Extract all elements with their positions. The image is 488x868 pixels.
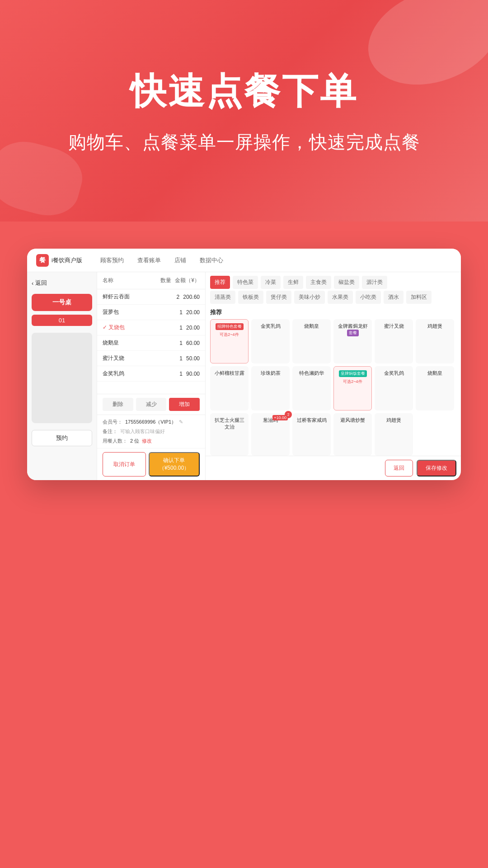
back-button[interactable]: ‹ 返回	[32, 279, 92, 287]
item-price: 50.00	[186, 355, 200, 362]
sidebar-empty-area	[32, 333, 92, 423]
item-tag: 套餐	[347, 330, 359, 336]
menu-tabs-row1: 推荐 特色菜 冷菜 生鲜 主食类 椒盐类 源汁类	[206, 272, 461, 291]
order-item[interactable]: ✓ 叉烧包 1 20.00	[97, 320, 205, 335]
menu-footer: 返回 保存修改	[206, 456, 461, 480]
nav-items: 顾客预约 查看账单 店铺 数据中心	[100, 256, 223, 264]
menu-return-button[interactable]: 返回	[385, 460, 413, 476]
tab-sauce[interactable]: 源汁类	[362, 276, 387, 289]
menu-item-pigeon2[interactable]: 金奖乳鸽	[375, 366, 413, 410]
tab-snack[interactable]: 小吃类	[356, 291, 381, 304]
nav-item-shop[interactable]: 店铺	[174, 256, 186, 264]
menu-item-chicken-wings2[interactable]: 鸡翅煲	[375, 413, 413, 456]
plus-button[interactable]: 增加	[169, 398, 200, 411]
tab-fruit[interactable]: 水果类	[328, 291, 353, 304]
item-name: 扒芝士火腿三文治	[213, 417, 246, 430]
item-name: ✓ 叉烧包	[103, 324, 176, 331]
menu-item-goose[interactable]: 烧鹅皇	[292, 319, 331, 363]
note-label: 备注：	[103, 428, 117, 435]
note-row: 备注： 可输入顾客口味偏好	[103, 428, 200, 435]
tab-recommended[interactable]: 推荐	[210, 276, 230, 289]
menu-item-pigeon[interactable]: 金奖乳鸽	[251, 319, 290, 363]
tab-drinks[interactable]: 酒水	[384, 291, 404, 304]
logo-text: i餐饮商户版	[52, 256, 82, 264]
item-qty: 2	[177, 294, 180, 300]
nav-bar: 餐 i餐饮商户版 顾客预约 查看账单 店铺 数据中心	[27, 249, 461, 272]
people-edit-link[interactable]: 修改	[142, 438, 152, 444]
item-price: 200.60	[183, 294, 200, 300]
item-qty: 1	[179, 355, 183, 362]
item-qty: 1	[179, 325, 183, 331]
order-item[interactable]: 金奖乳鸽 1 90.00	[97, 366, 205, 382]
order-item[interactable]: 鲜虾云吞面 2 200.60	[97, 289, 205, 305]
menu-item-durian-dessert[interactable]: 小鲜榴枝甘露	[210, 366, 249, 410]
order-item[interactable]: 蜜汁叉烧 1 50.00	[97, 351, 205, 366]
hero-section: 快速点餐下单 购物车、点餐菜单一屏操作，快速完成点餐	[0, 0, 488, 222]
nav-item-data[interactable]: 数据中心	[200, 256, 223, 264]
menu-item-hakka-chicken[interactable]: 过桥客家咸鸡	[292, 413, 331, 456]
member-edit-icon[interactable]: ✎	[179, 419, 183, 425]
item-name: 金奖乳鸽	[254, 323, 287, 330]
item-name: 金奖乳鸽	[377, 370, 410, 377]
menu-item-lobster-set[interactable]: 金牌酱焗龙虾 套餐	[333, 319, 372, 363]
minus-button[interactable]: 减少	[136, 398, 167, 411]
nav-item-reservation[interactable]: 顾客预约	[100, 256, 124, 264]
back-chevron-icon: ‹	[32, 280, 33, 287]
tab-fresh[interactable]: 生鲜	[283, 276, 303, 289]
order-item[interactable]: 烧鹅皇 1 60.00	[97, 335, 205, 351]
tab-staple[interactable]: 主食类	[306, 276, 331, 289]
tab-cold[interactable]: 冷菜	[261, 276, 281, 289]
nav-item-bills[interactable]: 查看账单	[137, 256, 161, 264]
item-price: 60.00	[186, 340, 200, 346]
tab-steam[interactable]: 清蒸类	[210, 291, 235, 304]
main-content: 餐 i餐饮商户版 顾客预约 查看账单 店铺 数据中心 ‹ 返回 一号桌 01	[0, 222, 488, 868]
item-price: 20.00	[186, 325, 200, 331]
menu-item-chicken-wings[interactable]: 鸡翅煲	[416, 319, 454, 363]
tab-special[interactable]: 特色菜	[233, 276, 258, 289]
people-label: 用餐人数：	[103, 438, 127, 444]
item-price: 20.00	[186, 309, 200, 316]
item-tag: 皇牌焖饭套餐	[339, 370, 367, 377]
menu-item-bubble-tea[interactable]: 珍珠奶茶	[251, 366, 290, 410]
delete-button[interactable]: 删除	[103, 398, 133, 411]
item-sub: 可选2~4件	[213, 332, 245, 338]
item-name: 鸡翅煲	[418, 323, 451, 330]
item-price-add: +10.00	[272, 415, 288, 420]
note-placeholder[interactable]: 可输入顾客口味偏好	[120, 428, 165, 435]
member-section: 会员号： 17555669996（VIP1） ✎ 备注： 可输入顾客口味偏好 用…	[97, 415, 205, 448]
app-body: ‹ 返回 一号桌 01 预约 名称 数量 金额（¥） 鲜虾云吞面 2	[27, 272, 461, 480]
menu-item-special-noodle[interactable]: 特色濑奶华	[292, 366, 331, 410]
order-item[interactable]: 菠萝包 1 20.00	[97, 305, 205, 320]
menu-panel: 推荐 特色菜 冷菜 生鲜 主食类 椒盐类 源汁类 清蒸类 铁板类 煲仔类 美味小…	[206, 272, 461, 480]
item-sub: 可选2~4件	[337, 379, 369, 385]
confirm-order-button[interactable]: 确认下单（¥500.00）	[149, 452, 200, 476]
menu-item-cheese-sandwich[interactable]: 扒芝士火腿三文治	[210, 413, 249, 456]
menu-item-emperor-set[interactable]: 皇牌焖饭套餐 可选2~4件	[333, 366, 372, 410]
menu-item-crab[interactable]: 避风塘炒蟹	[333, 413, 372, 456]
item-price: 90.00	[186, 371, 200, 377]
table-name-badge: 一号桌	[32, 294, 92, 311]
hero-title: 快速点餐下单	[130, 67, 358, 116]
menu-item-honey-pork[interactable]: 蜜汁叉烧	[375, 319, 413, 363]
item-name: 蜜汁叉烧	[377, 323, 410, 330]
menu-item-scallion-chicken[interactable]: 2 葱油鸡 +10.00	[251, 413, 290, 456]
item-qty: 1	[179, 309, 183, 316]
cancel-order-button[interactable]: 取消订单	[103, 452, 146, 476]
menu-item-signature-set[interactable]: 招牌特色套餐 可选2~4件	[210, 319, 249, 363]
reserve-button[interactable]: 预约	[32, 430, 92, 446]
menu-item-goose2[interactable]: 烧鹅皇	[416, 366, 454, 410]
tab-claypot[interactable]: 煲仔类	[266, 291, 291, 304]
item-name: 烧鹅皇	[103, 339, 176, 347]
order-items-list: 鲜虾云吞面 2 200.60 菠萝包 1 20.00 ✓ 叉烧包 1 20.00	[97, 289, 205, 394]
item-name: 菠萝包	[103, 308, 176, 316]
tab-addons[interactable]: 加料区	[406, 291, 432, 304]
save-changes-button[interactable]: 保存修改	[417, 460, 456, 476]
menu-items-grid: 招牌特色套餐 可选2~4件 金奖乳鸽 烧鹅皇 金牌酱焗龙虾 套餐 蜜汁叉烧	[206, 319, 461, 456]
col-qty-header: 数量	[160, 277, 171, 284]
sidebar: ‹ 返回 一号桌 01 预约	[27, 272, 97, 480]
item-name: 过桥客家咸鸡	[295, 417, 328, 424]
tab-salt[interactable]: 椒盐类	[334, 276, 359, 289]
tab-iron[interactable]: 铁板类	[238, 291, 263, 304]
item-name: 鲜虾云吞面	[103, 293, 173, 301]
tab-stir[interactable]: 美味小炒	[294, 291, 325, 304]
